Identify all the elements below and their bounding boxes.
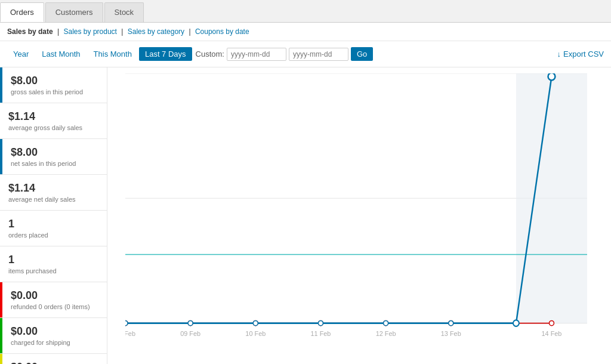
custom-range: Custom: Go	[196, 47, 374, 61]
custom-label: Custom:	[196, 50, 224, 58]
svg-text:14 Feb: 14 Feb	[541, 329, 561, 337]
stat-item-7: $0.00charged for shipping	[0, 318, 107, 354]
period-tabs: Year Last Month This Month Last 7 Days C…	[0, 41, 611, 67]
svg-point-24	[384, 320, 388, 325]
svg-point-23	[318, 320, 323, 325]
main-content: $8.00gross sales in this period$1.14aver…	[0, 67, 611, 364]
stat-item-2: $8.00net sales in this period	[0, 139, 107, 175]
svg-text:09 Feb: 09 Feb	[180, 329, 200, 337]
stat-label-2: net sales in this period	[11, 160, 98, 167]
stat-item-8: $0.00worth of coupons used	[0, 354, 107, 364]
tab-orders[interactable]: Orders	[0, 2, 44, 22]
svg-point-20	[125, 320, 128, 325]
go-button[interactable]: Go	[351, 47, 373, 61]
period-tab-thismonth[interactable]: This Month	[88, 47, 138, 61]
svg-text:11 Feb: 11 Feb	[310, 329, 331, 337]
stat-indicator-6	[0, 282, 2, 317]
stat-label-6: refunded 0 orders (0 items)	[11, 303, 98, 310]
stat-label-0: gross sales in this period	[11, 88, 98, 95]
stat-indicator-0	[0, 67, 2, 103]
custom-end-input[interactable]	[289, 48, 348, 61]
period-tab-last7days[interactable]: Last 7 Days	[139, 47, 192, 61]
subnav-active: Sales by date	[7, 27, 53, 36]
stat-value-1: $1.14	[8, 110, 98, 123]
export-csv-label: Export CSV	[563, 50, 604, 58]
chart-area: 0 1 2 0.00 4.08 8.16	[107, 67, 611, 364]
svg-point-27	[548, 73, 556, 81]
svg-point-25	[449, 320, 453, 325]
stat-item-6: $0.00refunded 0 orders (0 items)	[0, 282, 107, 318]
svg-text:13 Feb: 13 Feb	[441, 329, 461, 337]
chart-svg: 0 1 2 0.00 4.08 8.16	[125, 73, 587, 342]
svg-point-26	[513, 320, 519, 326]
stat-value-6: $0.00	[11, 289, 98, 302]
svg-point-19	[549, 320, 554, 325]
stat-value-2: $8.00	[11, 146, 98, 159]
stat-indicator-7	[0, 318, 2, 353]
stat-value-5: 1	[8, 254, 98, 266]
tab-customers[interactable]: Customers	[45, 2, 103, 22]
subnav-link-category[interactable]: Sales by category	[128, 27, 184, 36]
stat-label-4: orders placed	[8, 232, 98, 239]
stat-item-0: $8.00gross sales in this period	[0, 67, 107, 103]
svg-point-21	[188, 320, 193, 325]
subnav-link-coupons[interactable]: Coupons by date	[195, 27, 249, 36]
stat-value-0: $8.00	[11, 75, 98, 87]
stat-value-3: $1.14	[8, 182, 98, 195]
top-tabs: Orders Customers Stock	[0, 0, 611, 23]
tab-stock[interactable]: Stock	[104, 2, 144, 22]
custom-start-input[interactable]	[227, 48, 286, 61]
download-icon: ↓	[557, 50, 561, 58]
stat-item-5: 1items purchased	[0, 246, 107, 282]
sub-nav: Sales by date | Sales by product | Sales…	[0, 23, 611, 41]
stat-label-5: items purchased	[8, 267, 98, 274]
stat-item-4: 1orders placed	[0, 211, 107, 246]
svg-text:10 Feb: 10 Feb	[245, 329, 266, 337]
svg-text:12 Feb: 12 Feb	[376, 329, 396, 337]
stats-sidebar: $8.00gross sales in this period$1.14aver…	[0, 67, 107, 364]
stat-label-3: average net daily sales	[8, 196, 98, 203]
svg-rect-3	[516, 73, 587, 323]
stat-label-7: charged for shipping	[11, 339, 98, 346]
stat-value-4: 1	[8, 218, 98, 230]
stat-item-3: $1.14average net daily sales	[0, 175, 107, 211]
stat-value-8: $0.00	[11, 361, 98, 364]
subnav-link-product[interactable]: Sales by product	[64, 27, 117, 36]
stat-indicator-2	[0, 139, 2, 174]
export-csv-link[interactable]: ↓ Export CSV	[557, 50, 604, 58]
stat-indicator-8	[0, 354, 2, 364]
svg-point-22	[253, 320, 258, 325]
period-tab-year[interactable]: Year	[7, 47, 35, 61]
period-tab-lastmonth[interactable]: Last Month	[36, 47, 86, 61]
stat-label-1: average gross daily sales	[8, 124, 98, 131]
stat-item-1: $1.14average gross daily sales	[0, 103, 107, 139]
svg-text:08 Feb: 08 Feb	[125, 329, 135, 337]
stat-value-7: $0.00	[11, 325, 98, 338]
